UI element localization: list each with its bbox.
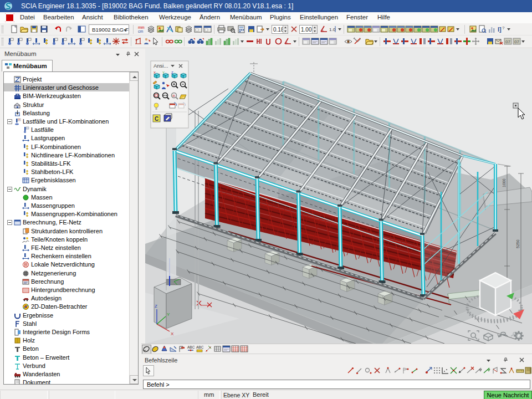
svg-text:C: C xyxy=(155,116,158,122)
svg-text:ABC: ABC xyxy=(187,345,195,349)
svg-text:07: 07 xyxy=(514,39,519,44)
svg-text:R: R xyxy=(173,94,176,98)
svg-text:Z: Z xyxy=(171,71,173,74)
svg-text:5250: 5250 xyxy=(516,239,520,248)
svg-text:07: 07 xyxy=(505,39,510,44)
svg-text:Y: Y xyxy=(162,71,165,74)
svg-text:I]: I] xyxy=(498,26,502,33)
svg-text:Z: Z xyxy=(155,304,157,309)
svg-text:ABC: ABC xyxy=(196,345,204,349)
svg-text:cm: cm xyxy=(138,29,144,33)
svg-text:1000: 1000 xyxy=(502,178,506,187)
svg-text:1.0: 1.0 xyxy=(329,27,336,32)
svg-text:Y: Y xyxy=(167,312,170,317)
svg-text:X: X xyxy=(154,71,156,74)
svg-text:Ansi...: Ansi... xyxy=(154,63,168,69)
svg-text:mm: mm xyxy=(138,25,145,29)
svg-text:?: ? xyxy=(502,25,505,30)
svg-text:X: X xyxy=(171,331,174,336)
